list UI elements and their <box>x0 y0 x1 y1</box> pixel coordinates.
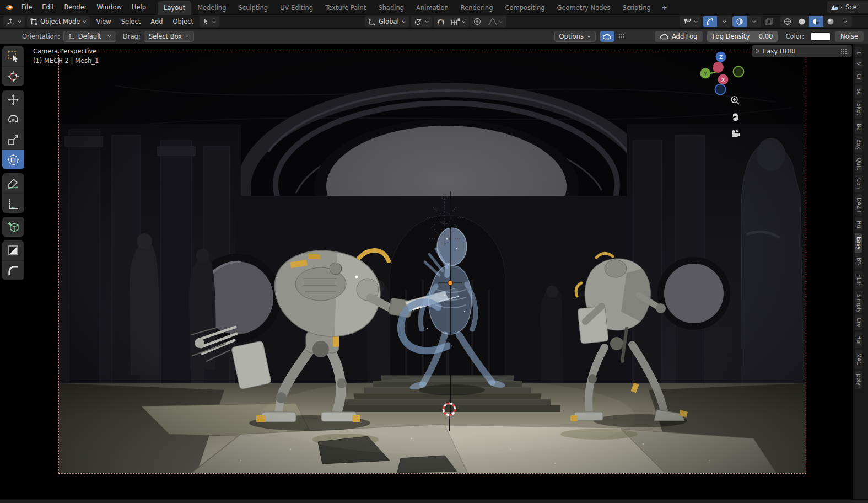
sidebar-tab-poly[interactable]: poly <box>855 371 862 389</box>
gizmo-axis-neg-z[interactable] <box>715 84 726 95</box>
zoom-button[interactable] <box>729 94 742 107</box>
tool-transform[interactable] <box>2 149 24 169</box>
proportional-editing-toggle[interactable] <box>470 16 484 27</box>
scene-selector[interactable]: Sce <box>827 1 868 13</box>
tab-texture-paint[interactable]: Texture Paint <box>319 1 372 15</box>
hand-icon <box>730 112 740 122</box>
drag-handle-dots[interactable] <box>618 34 626 39</box>
sidebar-tab-flip[interactable]: FLIP <box>855 271 862 288</box>
menu-view[interactable]: View <box>91 15 116 29</box>
sidebar-tab-con[interactable]: Con <box>855 175 862 192</box>
tab-compositing[interactable]: Compositing <box>499 1 551 15</box>
shading-solid-button[interactable] <box>795 16 809 27</box>
gizmo-axis-neg-x[interactable] <box>713 62 724 73</box>
tab-scripting[interactable]: Scripting <box>617 1 657 15</box>
tool-move[interactable] <box>2 90 24 110</box>
gizmo-axis-neg-y[interactable] <box>734 67 744 77</box>
tool-scale[interactable] <box>2 130 24 149</box>
blender-logo-icon[interactable] <box>0 0 17 15</box>
tab-layout[interactable]: Layout <box>158 1 191 15</box>
menu-render[interactable]: Render <box>60 0 92 15</box>
fog-color-swatch[interactable] <box>811 32 831 41</box>
tab-sculpting[interactable]: Sculpting <box>232 1 274 15</box>
add-workspace-button[interactable]: + <box>657 1 672 15</box>
noise-button[interactable]: Noise <box>835 31 864 42</box>
gizmo-dropdown[interactable] <box>717 16 731 27</box>
tool-add-cube[interactable] <box>2 217 24 237</box>
sidebar-tab-quic[interactable]: Quic <box>855 154 862 174</box>
sidebar-tab-simply[interactable]: Simply <box>855 291 862 313</box>
menu-object[interactable]: Object <box>168 15 198 29</box>
viewport-display-cluster <box>678 16 853 27</box>
fog-density-slider[interactable]: Fog Density 0.00 <box>707 31 778 42</box>
mode-selector[interactable]: Object Mode <box>27 16 90 27</box>
show-overlays-toggle[interactable] <box>732 16 747 27</box>
xray-toggle[interactable] <box>762 16 777 27</box>
tab-animation[interactable]: Animation <box>410 1 455 15</box>
sidebar-tab-daz[interactable]: DAZ I <box>855 194 862 216</box>
sidebar-tab-ba[interactable]: Ba <box>855 120 862 134</box>
tool-rotate[interactable] <box>2 110 24 130</box>
orientation-dropdown[interactable]: Default <box>63 31 116 42</box>
tab-geometry-nodes[interactable]: Geometry Nodes <box>551 1 617 15</box>
camera-view-button[interactable] <box>729 127 742 140</box>
shading-rendered-button[interactable] <box>823 16 838 27</box>
tab-modeling[interactable]: Modeling <box>191 1 232 15</box>
sidebar-tab-mac[interactable]: MAC <box>855 350 862 368</box>
navigation-gizmo[interactable]: Z Y X <box>692 47 747 97</box>
panel-drag-dots[interactable] <box>840 49 848 54</box>
easy-hdri-label: Easy HDRI <box>763 47 840 55</box>
viewport-canvas[interactable] <box>59 52 806 473</box>
svg-text:X: X <box>721 77 725 83</box>
menu-add[interactable]: Add <box>145 15 168 29</box>
magnet-icon <box>437 18 445 25</box>
drag-dropdown[interactable]: Select Box <box>144 31 195 42</box>
sidebar-tab-sket[interactable]: Sket <box>855 100 862 119</box>
show-gizmo-toggle[interactable] <box>703 16 717 27</box>
sidebar-tab-sc[interactable]: Sc <box>855 85 862 98</box>
pan-button[interactable] <box>729 110 742 124</box>
editor-type-selector[interactable] <box>3 16 25 27</box>
tool-shade-split[interactable] <box>2 240 24 260</box>
shading-wireframe-button[interactable] <box>780 16 795 27</box>
visibility-dropdown[interactable] <box>680 16 701 27</box>
shading-material-button[interactable] <box>809 16 823 27</box>
sidebar-tab-v[interactable]: V <box>855 58 862 69</box>
chevron-down-icon <box>462 20 466 23</box>
options-dropdown[interactable]: Options <box>554 31 596 42</box>
tab-uv-editing[interactable]: UV Editing <box>274 1 319 15</box>
fog-tool-toggle[interactable] <box>600 31 614 42</box>
easy-hdri-panel-header[interactable]: Easy HDRI <box>752 45 852 57</box>
snap-toggle[interactable] <box>434 16 448 27</box>
transform-orientation-dropdown[interactable]: Global <box>365 16 409 27</box>
menu-edit[interactable]: Edit <box>37 0 59 15</box>
sidebar-tab-har[interactable]: Har <box>855 332 862 349</box>
sidebar-tab-crv[interactable]: Crv <box>855 314 862 330</box>
add-fog-button[interactable]: Add Fog <box>655 31 703 42</box>
tool-measure[interactable] <box>2 193 24 213</box>
tool-select-box[interactable] <box>2 46 24 66</box>
active-tool-fallback-selector[interactable] <box>200 16 219 27</box>
snap-with-dropdown[interactable] <box>448 16 469 27</box>
tab-rendering[interactable]: Rendering <box>455 1 499 15</box>
menu-select[interactable]: Select <box>116 15 145 29</box>
tool-cursor[interactable] <box>2 66 24 86</box>
tab-shading[interactable]: Shading <box>372 1 410 15</box>
overlays-dropdown[interactable] <box>747 16 761 27</box>
tool-corner-round[interactable] <box>2 260 24 280</box>
shading-dropdown[interactable] <box>838 16 852 27</box>
tool-annotate[interactable] <box>2 173 24 193</box>
sidebar-tab-by[interactable]: BY- <box>855 254 862 269</box>
proportional-falloff-dropdown[interactable] <box>484 16 506 27</box>
menu-file[interactable]: File <box>17 0 37 15</box>
menu-window[interactable]: Window <box>91 0 126 15</box>
snap-pivot-dropdown[interactable] <box>411 16 432 27</box>
sidebar-tab-cr[interactable]: Cr <box>855 71 862 83</box>
viewport-3d[interactable]: Camera Perspective (1) MECH 2 | Mesh_1 E… <box>25 44 853 499</box>
sidebar-tab-box[interactable]: Box <box>855 136 862 153</box>
filter-eye-icon <box>683 18 691 25</box>
sidebar-tab-easy[interactable]: Easy <box>855 233 862 253</box>
menu-help[interactable]: Help <box>127 0 151 15</box>
sidebar-tab-hu[interactable]: Hu <box>855 217 862 232</box>
sidebar-tab-it[interactable]: It <box>855 47 862 57</box>
